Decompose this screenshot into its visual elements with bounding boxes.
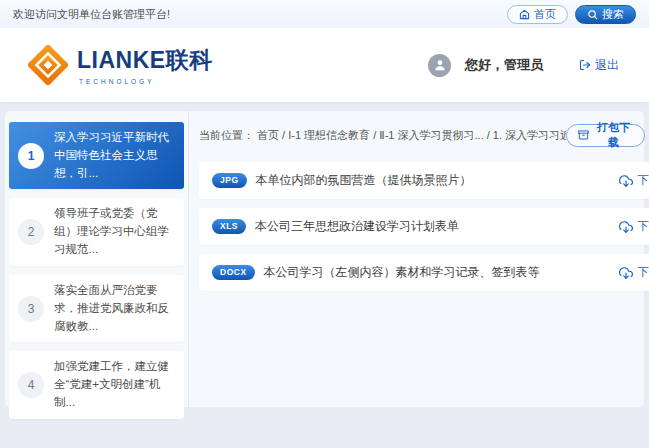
page: 欢迎访问文明单位台账管理平台! 首页 搜索 (0, 0, 649, 448)
package-download-button[interactable]: 打包下载 (566, 124, 645, 147)
user-icon (433, 58, 447, 72)
search-button-label: 搜索 (602, 9, 624, 20)
file-type-badge: JPG (212, 173, 247, 188)
logout-label: 退出 (595, 57, 619, 74)
file-name: 本单位内部的氛围营造（提供场景照片） (256, 172, 620, 189)
item-number: 4 (18, 372, 44, 398)
item-number: 2 (18, 219, 44, 245)
logo: LIANKE联科 TECHNOLOGY (28, 45, 213, 85)
logo-latin: LIANKE (77, 47, 166, 74)
home-icon (519, 9, 530, 20)
cloud-download-icon (619, 220, 633, 234)
item-number: 1 (18, 143, 44, 169)
user-area: 您好，管理员 退出 (428, 54, 619, 77)
sidebar: 1 深入学习习近平新时代中国特色社会主义思想，引... 2 领导班子或党委（党组… (5, 111, 189, 407)
download-link[interactable]: 下载 (619, 219, 649, 234)
breadcrumb: 当前位置： 首页 / I-1 理想信念教育 / Ⅱ-1 深入学习贯彻习... /… (199, 128, 566, 143)
main-panel: 1 深入学习习近平新时代中国特色社会主义思想，引... 2 领导班子或党委（党组… (5, 111, 644, 407)
sidebar-item-4[interactable]: 4 加强党建工作，建立健全“党建+文明创建”机制... (9, 351, 184, 418)
sidebar-item-3[interactable]: 3 落实全面从严治党要求，推进党风廉政和反腐败教... (9, 275, 184, 342)
sidebar-item-label: 领导班子或党委（党组）理论学习中心组学习规范... (54, 205, 175, 258)
home-button[interactable]: 首页 (507, 5, 568, 24)
topbar-actions: 首页 搜索 (507, 5, 636, 24)
sidebar-item-1[interactable]: 1 深入学习习近平新时代中国特色社会主义思想，引... (9, 122, 184, 189)
download-label: 下载 (637, 265, 649, 280)
logo-subtitle: TECHNOLOGY (77, 78, 213, 85)
logout-icon (579, 59, 591, 71)
greeting-text: 您好，管理员 (465, 56, 543, 74)
download-label: 下载 (637, 219, 649, 234)
logout-button[interactable]: 退出 (579, 57, 619, 74)
file-name: 本公司三年思想政治建设学习计划表单 (255, 218, 619, 235)
file-type-badge: XLS (212, 219, 246, 234)
home-button-label: 首页 (534, 9, 556, 20)
content: 当前位置： 首页 / I-1 理想信念教育 / Ⅱ-1 深入学习贯彻习... /… (189, 111, 649, 407)
file-row: JPG 本单位内部的氛围营造（提供场景照片） 下载 (199, 162, 649, 199)
file-name: 本公司学习（左侧内容）素材和学习记录、签到表等 (264, 264, 620, 281)
sidebar-item-label: 深入学习习近平新时代中国特色社会主义思想，引... (54, 129, 175, 182)
item-number: 3 (18, 296, 44, 322)
welcome-text: 欢迎访问文明单位台账管理平台! (13, 7, 170, 22)
download-link[interactable]: 下载 (619, 173, 649, 188)
file-row: DOCX 本公司学习（左侧内容）素材和学习记录、签到表等 下载 (199, 254, 649, 291)
download-label: 下载 (637, 173, 649, 188)
content-actions: 打包下载 (566, 124, 649, 147)
content-header: 当前位置： 首页 / I-1 理想信念教育 / Ⅱ-1 深入学习贯彻习... /… (199, 123, 649, 147)
file-row: XLS 本公司三年思想政治建设学习计划表单 下载 (199, 208, 649, 245)
topbar: 欢迎访问文明单位台账管理平台! 首页 搜索 (0, 0, 649, 28)
main: 1 深入学习习近平新时代中国特色社会主义思想，引... 2 领导班子或党委（党组… (0, 102, 649, 448)
sidebar-item-label: 落实全面从严治党要求，推进党风廉政和反腐败教... (54, 282, 175, 335)
sidebar-item-2[interactable]: 2 领导班子或党委（党组）理论学习中心组学习规范... (9, 198, 184, 265)
file-list: JPG 本单位内部的氛围营造（提供场景照片） 下载 XLS 本公司三年思想政治建… (199, 162, 649, 291)
search-button[interactable]: 搜索 (575, 5, 636, 24)
header: LIANKE联科 TECHNOLOGY 您好，管理员 退出 (0, 28, 649, 102)
cloud-download-icon (619, 266, 633, 280)
logo-text: LIANKE联科 TECHNOLOGY (77, 45, 213, 85)
cloud-download-icon (619, 174, 633, 188)
logo-icon (28, 45, 68, 85)
package-icon (578, 129, 589, 141)
file-type-badge: DOCX (212, 265, 255, 280)
package-download-label: 打包下载 (594, 120, 634, 150)
logo-cn: 联科 (166, 45, 213, 76)
download-link[interactable]: 下载 (619, 265, 649, 280)
search-icon (587, 9, 598, 20)
sidebar-item-label: 加强党建工作，建立健全“党建+文明创建”机制... (54, 358, 175, 411)
avatar (428, 54, 451, 77)
